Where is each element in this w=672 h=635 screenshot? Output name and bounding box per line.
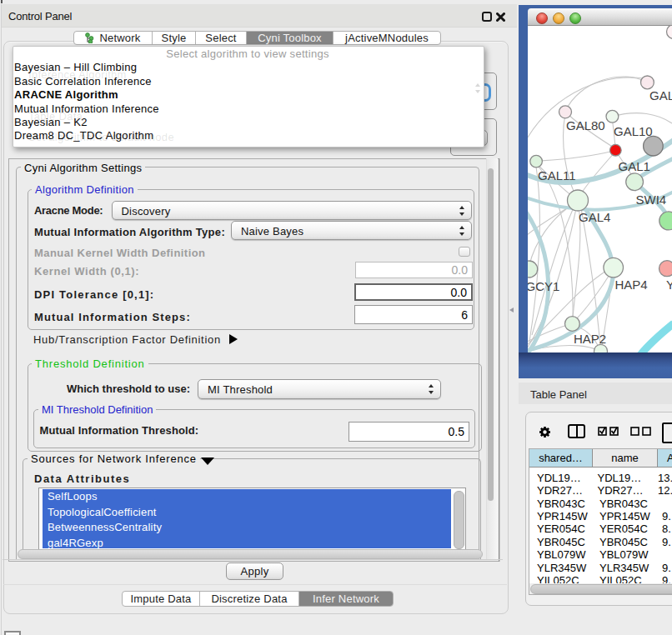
svg-text:GAL4: GAL4 xyxy=(579,210,610,224)
svg-text:GCY1: GCY1 xyxy=(528,279,559,293)
svg-text:GAL10: GAL10 xyxy=(614,124,653,138)
svg-text:GAL80: GAL80 xyxy=(566,118,605,132)
svg-text:SWI4: SWI4 xyxy=(636,192,667,207)
svg-text:HAP2: HAP2 xyxy=(574,332,606,346)
svg-text:GAL2: GAL2 xyxy=(649,88,672,102)
svg-text:YL: YL xyxy=(666,278,672,292)
svg-text:HAP4: HAP4 xyxy=(615,278,648,292)
svg-text:GAL1: GAL1 xyxy=(619,159,650,173)
svg-text:GAL11: GAL11 xyxy=(538,168,576,182)
